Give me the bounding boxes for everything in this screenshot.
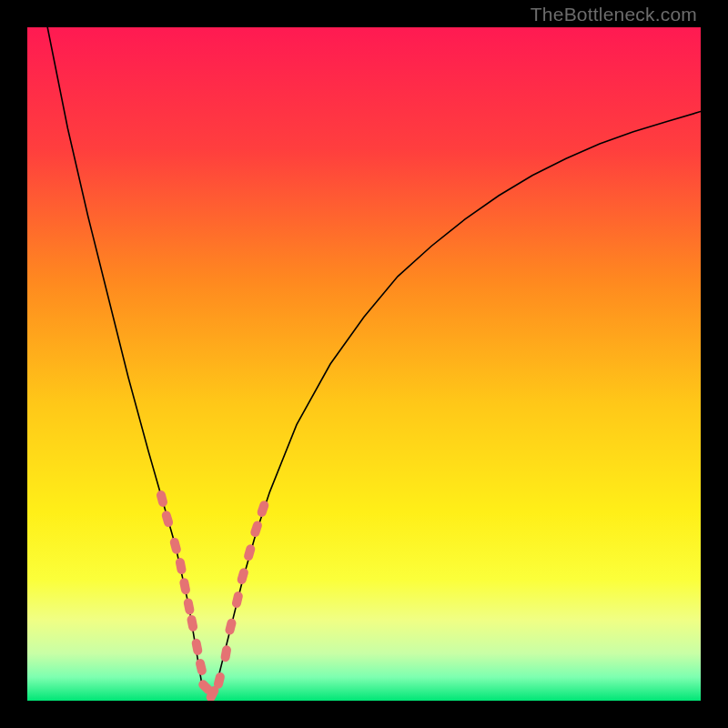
- curve-marker: [191, 638, 203, 656]
- curve-marker: [224, 618, 237, 636]
- curve-overlay: [27, 27, 701, 701]
- curve-marker: [183, 598, 195, 616]
- curve-marker: [178, 577, 190, 595]
- plot-area: [27, 27, 701, 701]
- curve-marker: [237, 567, 250, 585]
- curve-marker: [195, 658, 207, 676]
- chart-frame: TheBottleneck.com: [0, 0, 728, 728]
- curve-marker: [243, 543, 257, 561]
- curve-marker: [187, 614, 198, 632]
- curve-marker: [231, 591, 244, 609]
- curve-marker: [169, 537, 182, 555]
- curve-marker: [220, 644, 232, 662]
- marker-group: [156, 490, 270, 701]
- watermark-text: TheBottleneck.com: [531, 4, 697, 25]
- curve-marker: [156, 490, 168, 508]
- curve-marker: [249, 520, 263, 538]
- curve-marker: [256, 500, 269, 518]
- curve-marker: [175, 557, 187, 575]
- curve-marker: [161, 510, 175, 528]
- bottleneck-curve: [47, 27, 701, 694]
